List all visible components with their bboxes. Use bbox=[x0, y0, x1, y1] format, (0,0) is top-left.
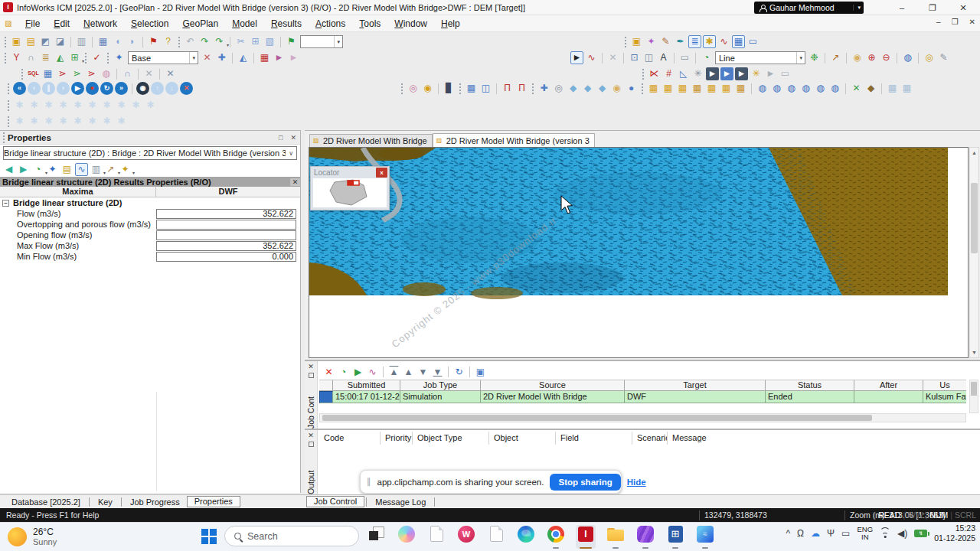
tab-database[interactable]: Database [2025.2] bbox=[5, 497, 87, 507]
select-dark2-icon[interactable]: ► bbox=[735, 67, 748, 80]
pale-window-icon[interactable]: ▦ bbox=[886, 82, 899, 95]
label-icon[interactable]: ✎ bbox=[659, 35, 672, 48]
bridge2-icon[interactable]: Π bbox=[515, 82, 528, 95]
column-object-type[interactable]: Object Type bbox=[413, 432, 489, 445]
layer-control-toggle-icon[interactable]: ≣ bbox=[688, 35, 701, 48]
close-button[interactable]: ✕ bbox=[952, 0, 974, 15]
wps-office-button[interactable]: W bbox=[456, 525, 476, 549]
task-view-button[interactable] bbox=[367, 525, 387, 549]
nav-pan-icon[interactable]: ◉ bbox=[610, 82, 623, 95]
graph-toggle-icon[interactable]: ∿ bbox=[75, 163, 88, 176]
panel-grip[interactable] bbox=[2, 132, 5, 144]
fast-forward-icon[interactable]: » bbox=[115, 82, 128, 95]
column-scenario[interactable]: Scenario bbox=[632, 432, 668, 445]
xy-locate-icon[interactable]: ✎ bbox=[937, 51, 950, 64]
tab-river-model-v3[interactable]: ▨ 2D River Model With Bridge (version 3 bbox=[433, 133, 595, 147]
column-source[interactable]: Source bbox=[481, 380, 625, 391]
gadget-icon[interactable]: ✱ bbox=[13, 115, 26, 128]
drag-handle-icon[interactable]: ∥ bbox=[367, 477, 371, 487]
print-icon[interactable]: ▥ bbox=[75, 35, 88, 48]
user-menu[interactable]: Gauhar Mehmood ▾ bbox=[754, 2, 864, 14]
mesh-yellow-icon[interactable]: ✳ bbox=[750, 67, 763, 80]
export-icon[interactable]: ◗ bbox=[126, 35, 139, 48]
column-submitted[interactable]: Submitted bbox=[333, 380, 400, 391]
locator-map[interactable] bbox=[313, 178, 387, 207]
measure-icon[interactable]: ▭ bbox=[678, 51, 691, 64]
scenario-remove-icon[interactable]: ✕ bbox=[201, 51, 214, 64]
gadget-icon[interactable]: ✱ bbox=[42, 99, 55, 112]
run-now-icon[interactable]: ▶ bbox=[351, 366, 364, 379]
locate-icon[interactable]: ✦ bbox=[113, 51, 126, 64]
grid-report-icon[interactable]: ▦ bbox=[705, 82, 718, 95]
jug-icon[interactable]: ◆ bbox=[864, 82, 877, 95]
edge-button[interactable] bbox=[516, 525, 536, 549]
headset-icon[interactable]: Ω bbox=[797, 528, 804, 539]
onedrive-icon[interactable]: ☁ bbox=[811, 528, 820, 539]
scroll-thumb[interactable] bbox=[971, 183, 978, 253]
nav-right-icon[interactable]: ◆ bbox=[596, 82, 609, 95]
document2-button[interactable] bbox=[486, 525, 506, 549]
minimize-button[interactable]: – bbox=[891, 0, 913, 15]
job-row[interactable]: 15:00:17 01-12-2025 Simulation 2D River … bbox=[319, 391, 966, 403]
nav-up-icon[interactable]: ◆ bbox=[567, 82, 580, 95]
zoom-out-icon[interactable]: ⊖ bbox=[880, 51, 893, 64]
tab-job-progress[interactable]: Job Progress bbox=[123, 497, 187, 507]
property-value[interactable] bbox=[156, 220, 296, 230]
scroll-down-icon[interactable]: ▼ bbox=[970, 347, 978, 357]
column-message[interactable]: Message bbox=[668, 432, 897, 445]
mesh-icon[interactable]: ▦ bbox=[258, 51, 271, 64]
menu-item[interactable]: Window bbox=[387, 16, 434, 31]
document-button[interactable] bbox=[426, 525, 446, 549]
open-table-icon[interactable]: ◫ bbox=[479, 82, 492, 95]
grid-report-icon[interactable]: ▦ bbox=[720, 82, 733, 95]
invert-selection-icon[interactable]: ✕ bbox=[164, 67, 177, 80]
commit-icon[interactable]: ⚑ bbox=[147, 35, 160, 48]
graph-report-icon[interactable]: ◍ bbox=[756, 82, 769, 95]
wifi-icon[interactable] bbox=[880, 530, 890, 538]
loop-icon[interactable]: ↻ bbox=[100, 82, 113, 95]
save-icon[interactable]: ▦ bbox=[96, 35, 109, 48]
start-button[interactable] bbox=[201, 529, 217, 544]
dimension-icon[interactable]: ▭ bbox=[779, 67, 792, 80]
nav-ellipse-icon[interactable]: ● bbox=[625, 82, 638, 95]
graph-report-icon[interactable]: ◍ bbox=[799, 82, 812, 95]
object-selector[interactable]: Bridge linear structure (2D) : Bridge : … bbox=[3, 146, 297, 160]
upload-icon[interactable]: ↑ bbox=[151, 82, 164, 95]
property-value[interactable] bbox=[156, 230, 296, 240]
new-table-icon[interactable]: ▦ bbox=[465, 82, 478, 95]
redo-list-icon[interactable]: ↷▾ bbox=[213, 35, 226, 48]
find-icon[interactable]: ◎ bbox=[923, 51, 936, 64]
menu-item[interactable]: Selection bbox=[124, 16, 175, 31]
mdi-close-button[interactable]: ✕ bbox=[969, 18, 975, 26]
theme-icon[interactable]: ✦ bbox=[645, 35, 658, 48]
magnify-icon[interactable]: ◎ bbox=[552, 82, 565, 95]
play-icon[interactable]: ▶ bbox=[71, 82, 84, 95]
mdi-restore-button[interactable]: ❐ bbox=[952, 18, 959, 26]
record-icon[interactable]: ● bbox=[86, 82, 99, 95]
taskbar-search[interactable]: Search bbox=[224, 526, 359, 546]
previous-object-icon[interactable]: ◀ bbox=[2, 163, 15, 176]
pointer-pale-icon[interactable]: ► bbox=[764, 67, 777, 80]
flow-path-icon[interactable]: ► bbox=[273, 51, 286, 64]
grid-report-icon[interactable]: ▦ bbox=[647, 82, 660, 95]
battery-icon[interactable]: ↯ bbox=[914, 530, 927, 537]
deselect-all-icon[interactable]: ✕ bbox=[606, 51, 619, 64]
graph-report-icon[interactable]: ◍ bbox=[770, 82, 783, 95]
scroll-thumb[interactable] bbox=[971, 382, 977, 396]
gadget-icon[interactable]: ✱ bbox=[42, 115, 55, 128]
flag-selector[interactable]: ▾ bbox=[300, 35, 343, 48]
help-icon[interactable]: ? bbox=[162, 35, 175, 48]
properties-toggle-icon[interactable]: ✱ bbox=[703, 35, 716, 48]
edit-breakline-icon[interactable]: ⋉ bbox=[648, 67, 661, 80]
column-job-type[interactable]: Job Type bbox=[400, 380, 481, 391]
dark-chart-icon[interactable]: ▊ bbox=[443, 82, 456, 95]
gadget-icon[interactable]: ✱ bbox=[100, 115, 113, 128]
gadget-icon[interactable]: ✱ bbox=[115, 99, 128, 112]
database-icon[interactable]: ▥▾ bbox=[90, 163, 103, 176]
graph-report-icon[interactable]: ◍ bbox=[828, 82, 841, 95]
file-explorer-button[interactable] bbox=[606, 525, 626, 549]
infoworks-icm-button[interactable]: I bbox=[576, 525, 596, 549]
movies-tv-button[interactable]: ≈ bbox=[695, 525, 715, 549]
gadget-icon[interactable]: ✱ bbox=[71, 99, 84, 112]
undo-icon[interactable]: ↶ bbox=[184, 35, 197, 48]
